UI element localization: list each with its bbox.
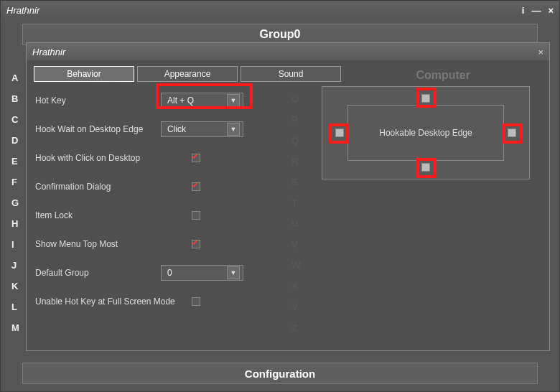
row-confirm-dialog: Confirmation Dialog	[35, 172, 301, 201]
highlight-edge-right	[503, 123, 523, 144]
label-hook-wait: Hook Wait on Desktop Edge	[35, 124, 161, 134]
settings-dialog: Hrathnir × Behavior Appearance Sound Com…	[26, 42, 550, 351]
row-show-topmost: Show Menu Top Most	[35, 230, 301, 258]
tab-behavior[interactable]: Behavior	[34, 66, 134, 82]
letters-left: ABCDEFGHIJKLM	[11, 73, 19, 335]
label-hot-key: Hot Key	[35, 95, 161, 106]
letter-slot: B	[11, 93, 19, 106]
edge-label: Hookable Desktop Edge	[379, 128, 472, 138]
tab-behavior-label: Behavior	[67, 69, 101, 79]
label-confirm-dialog: Confirmation Dialog	[35, 182, 192, 192]
highlight-edge-top	[416, 88, 437, 108]
chevron-down-icon: ▼	[227, 266, 240, 279]
hookable-edge-box: Hookable Desktop Edge	[322, 86, 530, 179]
group-header-label: Group0	[260, 28, 301, 41]
highlight-edge-bottom	[416, 158, 437, 178]
panel-body: Hot Key Alt + Q ▼ Hook Wait on Desktop E…	[27, 86, 549, 345]
row-hook-click: Hook with Click on Desktop	[35, 144, 301, 172]
tab-sound[interactable]: Sound	[241, 66, 341, 82]
config-footer-label: Configuration	[245, 368, 315, 380]
letter-slot: I	[11, 239, 19, 251]
letter-slot: L	[11, 302, 19, 314]
row-default-group: Default Group 0 ▼	[35, 258, 301, 287]
letter-slot: G	[11, 197, 19, 210]
chevron-down-icon: ▼	[227, 123, 240, 136]
dropdown-default-group[interactable]: 0 ▼	[161, 265, 243, 281]
letter-slot: F	[11, 177, 19, 189]
dialog-titlebar: Hrathnir ×	[27, 43, 549, 60]
outer-window-controls: i — ×	[522, 5, 554, 16]
dropdown-hook-wait-value: Click	[167, 124, 186, 134]
tab-appearance[interactable]: Appearance	[137, 66, 238, 82]
letter-slot: H	[11, 218, 19, 230]
tab-appearance-label: Appearance	[164, 69, 211, 79]
label-item-lock: Item Lock	[35, 210, 192, 220]
dialog-title: Hrathnir	[32, 47, 65, 57]
dropdown-hook-wait[interactable]: Click ▼	[161, 121, 243, 137]
highlight-edge-left	[329, 123, 349, 144]
letter-slot: A	[11, 73, 19, 85]
dropdown-default-group-value: 0	[167, 268, 172, 278]
checkbox-hook-click[interactable]	[192, 154, 200, 162]
row-unable-hotkey: Unable Hot Key at Full Screen Mode	[35, 287, 301, 316]
checkbox-item-lock[interactable]	[192, 211, 200, 220]
minimize-icon[interactable]: —	[531, 5, 541, 16]
dialog-close-icon[interactable]: ×	[538, 47, 543, 57]
checkbox-confirm-dialog[interactable]	[192, 182, 200, 191]
letter-slot: C	[11, 114, 19, 126]
edge-inner: Hookable Desktop Edge	[347, 105, 504, 161]
outer-window-title: Hrathnir	[6, 5, 39, 16]
tab-sound-label: Sound	[279, 69, 304, 79]
dialog-tabs: Behavior Appearance Sound Computer	[27, 60, 549, 86]
outer-window: Hrathnir i — × Group0 1234567890 ABCDEFG…	[0, 0, 560, 392]
letter-slot: D	[11, 135, 19, 147]
highlight-hotkey	[156, 83, 253, 109]
label-default-group: Default Group	[35, 268, 161, 278]
letter-slot: J	[11, 260, 19, 272]
settings-right-column: Hookable Desktop Edge	[311, 86, 541, 179]
letter-slot: K	[11, 281, 19, 293]
bg-hint-computer: Computer	[416, 69, 470, 82]
checkbox-show-topmost[interactable]	[192, 240, 200, 248]
outer-titlebar: Hrathnir i — ×	[1, 1, 559, 19]
row-item-lock: Item Lock	[35, 201, 301, 230]
label-unable-hotkey: Unable Hot Key at Full Screen Mode	[35, 297, 192, 307]
label-show-topmost: Show Menu Top Most	[35, 239, 192, 249]
info-icon[interactable]: i	[522, 5, 525, 16]
config-footer[interactable]: Configuration	[22, 363, 538, 384]
checkbox-unable-hotkey[interactable]	[192, 297, 200, 306]
close-icon[interactable]: ×	[548, 5, 554, 16]
letter-slot: M	[11, 322, 19, 335]
settings-left-column: Hot Key Alt + Q ▼ Hook Wait on Desktop E…	[35, 86, 301, 316]
row-hook-wait: Hook Wait on Desktop Edge Click ▼	[35, 115, 301, 144]
label-hook-click: Hook with Click on Desktop	[35, 153, 192, 163]
letter-slot: E	[11, 156, 19, 168]
